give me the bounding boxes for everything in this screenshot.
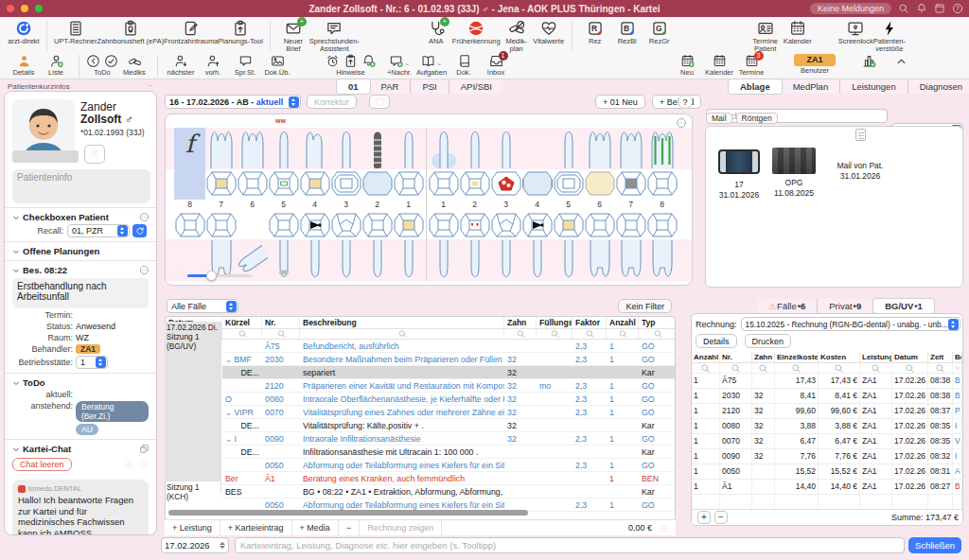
r-column-7[interactable]: Zeit [928, 352, 953, 362]
tooth-7[interactable]: 7 [205, 128, 237, 281]
tab-ablage[interactable]: Ablage [728, 79, 783, 95]
toolbar-item-dok-[interactable]: Dok. [448, 54, 480, 77]
toolbar-item-benutzer[interactable]: ZA1Benutzer [794, 54, 836, 75]
gear-icon[interactable] [953, 112, 964, 123]
tab-leistungen[interactable]: Leistungen [840, 79, 907, 94]
details-button[interactable]: Details [696, 334, 737, 348]
recall-select[interactable]: 01, PZR [67, 224, 130, 237]
toolbar-item-rezbl[interactable]: BRezBl [611, 20, 643, 45]
kartei-row[interactable]: ⌄I0090Intraorale Infiltrationsanästhesie… [222, 432, 675, 446]
footer-button-1[interactable]: + Karteieintrag [220, 520, 292, 535]
r-column-5[interactable]: Leistung [860, 352, 892, 362]
kartei-row[interactable]: BerÄ1Beratung eines Kranken, auch fernmü… [222, 472, 675, 485]
tab-f-lle[interactable]: ⚠Fälle•6 [757, 299, 818, 313]
search-icon[interactable] [898, 3, 909, 14]
footer-button-3[interactable]: − [339, 520, 360, 535]
list-menu-icon[interactable] [660, 523, 670, 534]
kartei-row[interactable]: BESBG • 08:22 • ZA1 • Extraktion, Abform… [222, 485, 675, 499]
toolbar-item-mediks[interactable]: Mediks [118, 54, 150, 77]
tooth-7[interactable]: 7 [615, 128, 646, 281]
file-item[interactable]: Mail von Pat.31.01.2026 [827, 129, 893, 182]
rechnung-row[interactable]: 10070326,476,47 €ZA117.02.2608:35V [692, 434, 963, 449]
patient-details-button[interactable] [84, 145, 105, 164]
toolbar-item-upt-rechner[interactable]: UPT-Rechner [54, 20, 97, 45]
zoom-in-icon[interactable] [124, 460, 134, 470]
chip-mail[interactable]: Mail [706, 113, 732, 124]
betriebsstaette-select[interactable]: 1 [76, 356, 108, 369]
toolbar-item-neuer-brief[interactable]: +Neuer Brief [277, 20, 309, 53]
rechnung-row[interactable]: 12030328,418,41 €ZA117.02.2608:38B [692, 389, 963, 404]
tab-api-sbi[interactable]: API/SBI [449, 79, 503, 94]
ablage-file-area[interactable]: 1731.01.2026OPG11.08.2025Mail von Pat.31… [705, 126, 963, 288]
r-column-1[interactable]: Nr. [720, 352, 752, 362]
column-header-3[interactable]: Beschreibung [300, 317, 504, 328]
column-header-8[interactable]: Typ [639, 317, 676, 328]
command-input[interactable] [235, 537, 905, 553]
column-search-2[interactable] [262, 329, 300, 339]
toolbar-item-inbox[interactable]: 1Inbox [480, 54, 512, 77]
chip-röntgen[interactable]: Röntgen [736, 113, 778, 124]
rechnung-row[interactable]: 1Ä114,4014,40 €ZA117.02.2608:27B [692, 480, 963, 495]
toolbar-item-hinweise[interactable]: Hinweise [326, 54, 376, 77]
rechnung-row[interactable]: 1005015,5215,52 €ZA117.02.2608:31A [692, 464, 963, 480]
r-column-2[interactable]: Zahn [752, 352, 775, 362]
zoom-slider-knob[interactable] [206, 271, 217, 281]
rechnung-row[interactable]: 10080323,883,88 €ZA117.02.2608:35I [692, 419, 963, 434]
toolbar-item-screenlock[interactable]: Screenlock [838, 20, 873, 45]
rechnung-row[interactable]: 121203299,6099,60 €ZA117.02.2608:37P [692, 404, 963, 419]
toolbar-item-sprechstunden-assistent[interactable]: Sprechstunden- Assistent [309, 20, 360, 53]
tooth-8[interactable]: 8 [646, 128, 678, 281]
add-position-button[interactable]: + [697, 511, 711, 524]
befund-select[interactable]: 16 - 17.02.2026 - AB - aktuell [165, 95, 301, 109]
tooth-3[interactable]: 3 [330, 128, 361, 281]
kartei-row[interactable]: DE...Vitalitätsprüfung: Kälte,positiv + … [222, 419, 675, 432]
toolbar-item-frontzahntrauma[interactable]: Frontzahntrauma [164, 20, 218, 45]
tooth-6[interactable]: 6 [237, 128, 268, 281]
kartei-row[interactable]: ⌄VIPR0070Vitalitätsprüfung eines Zahnes … [222, 406, 675, 419]
patient-info-box[interactable]: Patienteninfo [12, 169, 150, 203]
korrektur-button[interactable]: Korrektur [307, 95, 357, 109]
tooth-3[interactable]: 3 [490, 128, 521, 281]
close-button[interactable]: Schließen [908, 537, 961, 553]
toolbar-item-icon[interactable] [853, 54, 885, 69]
toolbar-item-planungs-tool[interactable]: Planungs-Tool [218, 20, 263, 45]
toolbar-item-medik-plan[interactable]: Medik- plan [501, 20, 533, 53]
rechnung-row[interactable]: 10090327,767,76 €ZA117.02.2608:32I [692, 449, 963, 464]
tooth-8[interactable]: f8 [174, 128, 205, 281]
remove-position-button[interactable]: − [714, 511, 728, 524]
toolbar-item-details[interactable]: Details [8, 54, 40, 77]
minimize-window-button[interactable] [21, 5, 28, 12]
window-switch-icon[interactable] [934, 3, 945, 14]
tooth-chart[interactable]: f876ww5432112345678 [165, 114, 693, 286]
toolbar-item-rez[interactable]: RRez [579, 20, 611, 45]
kartei-row[interactable]: O0080Intraorale Oberflächenanästhesie, j… [222, 393, 675, 406]
toolbar-item-n-chster[interactable]: nächster [165, 54, 197, 77]
column-header-7[interactable]: Anzahl [607, 317, 639, 328]
date-field[interactable]: 17.02.2026 [161, 537, 229, 553]
filter-icon[interactable] [940, 113, 950, 123]
help-icon[interactable]: ? [952, 3, 963, 14]
toolbar-item-patienten-verst-e[interactable]: Patienten- verstöße [873, 20, 906, 53]
column-search-5[interactable] [537, 329, 573, 339]
close-window-button[interactable] [7, 5, 14, 12]
recall-sync-button[interactable] [132, 224, 147, 237]
column-search-1[interactable] [222, 329, 262, 339]
column-header-5[interactable]: Füllungsla [537, 317, 573, 328]
toolbar-item-ana[interactable]: +ANA [420, 20, 452, 45]
drucken-button[interactable]: Drucken [745, 334, 792, 348]
tab-par[interactable]: PAR [370, 79, 412, 94]
column-search-7[interactable] [607, 329, 639, 339]
rechnung-table[interactable]: AnzahlNr.ZahnEinzelkostenKostenLeistungD… [692, 352, 963, 525]
r-column-8[interactable]: Be [953, 352, 962, 362]
tooth-2[interactable]: 2 [361, 128, 393, 281]
column-header-1[interactable]: Kürzel [222, 317, 262, 328]
toolbar-item-kalender[interactable]: Kalender [782, 20, 814, 45]
column-header-4[interactable]: Zahn [504, 317, 537, 328]
footer-button-0[interactable]: + Leistung [165, 520, 220, 535]
toolbar-item-arzt-direkt[interactable]: arzt-direkt [8, 20, 40, 45]
new-01-button[interactable]: + 01 Neu [595, 95, 645, 109]
chat-clear-button[interactable]: Chat leeren [12, 458, 72, 471]
zoom-out-icon[interactable] [138, 460, 149, 470]
section-options-icon[interactable] [139, 212, 150, 222]
window-button[interactable] [369, 95, 390, 109]
